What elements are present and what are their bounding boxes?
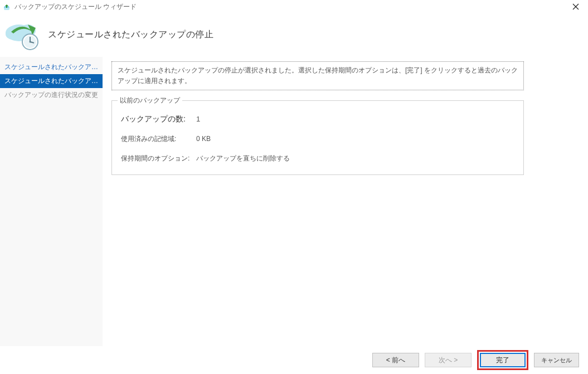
wizard-steps-sidebar: スケジュールされたバックアップを変... スケジュールされたバックアップの停 バ… bbox=[0, 57, 103, 346]
window-title: バックアップのスケジュール ウィザード bbox=[14, 2, 565, 12]
next-button: 次へ > bbox=[425, 353, 472, 367]
close-icon bbox=[572, 3, 579, 10]
info-message: スケジュールされたバックアップの停止が選択されました。選択した保持期間のオプショ… bbox=[111, 61, 524, 90]
step-modify-scheduled-backup[interactable]: スケジュールされたバックアップを変... bbox=[0, 60, 103, 74]
group-legend: 以前のバックアップ bbox=[118, 96, 182, 105]
wizard-heading: スケジュールされたバックアップの停止 bbox=[48, 29, 213, 41]
close-button[interactable] bbox=[565, 0, 587, 13]
svg-point-9 bbox=[30, 41, 31, 42]
row-retention-option: 保持期間のオプション: バックアップを直ちに削除する bbox=[121, 154, 514, 163]
wizard-footer: < 前へ 次へ > 完了 キャンセル bbox=[0, 346, 588, 374]
app-icon bbox=[2, 2, 11, 11]
titlebar: バックアップのスケジュール ウィザード bbox=[0, 0, 588, 13]
back-button[interactable]: < 前へ bbox=[372, 353, 419, 367]
value-retention-option: バックアップを直ちに削除する bbox=[196, 154, 290, 163]
finish-button-highlight: 完了 bbox=[477, 350, 528, 370]
finish-button[interactable]: 完了 bbox=[480, 353, 526, 367]
row-backup-count: バックアップの数: 1 bbox=[121, 114, 514, 124]
value-storage-used: 0 KB bbox=[196, 135, 211, 143]
wizard-main-panel: スケジュールされたバックアップの停止が選択されました。選択した保持期間のオプショ… bbox=[103, 57, 588, 346]
wizard-body: スケジュールされたバックアップを変... スケジュールされたバックアップの停 バ… bbox=[0, 57, 588, 346]
previous-backups-group: 以前のバックアップ バックアップの数: 1 使用済みの記憶域: 0 KB 保持期… bbox=[111, 100, 524, 175]
value-backup-count: 1 bbox=[196, 115, 200, 123]
row-storage-used: 使用済みの記憶域: 0 KB bbox=[121, 134, 514, 144]
label-retention-option: 保持期間のオプション: bbox=[121, 154, 196, 163]
label-backup-count: バックアップの数: bbox=[121, 114, 196, 124]
step-stop-scheduled-backup[interactable]: スケジュールされたバックアップの停 bbox=[0, 74, 103, 88]
label-storage-used: 使用済みの記憶域: bbox=[121, 134, 196, 144]
wizard-header: スケジュールされたバックアップの停止 bbox=[0, 13, 588, 57]
cancel-button[interactable]: キャンセル bbox=[534, 353, 579, 367]
step-change-progress[interactable]: バックアップの進行状況の変更 bbox=[0, 88, 103, 102]
wizard-header-icon bbox=[3, 18, 43, 52]
